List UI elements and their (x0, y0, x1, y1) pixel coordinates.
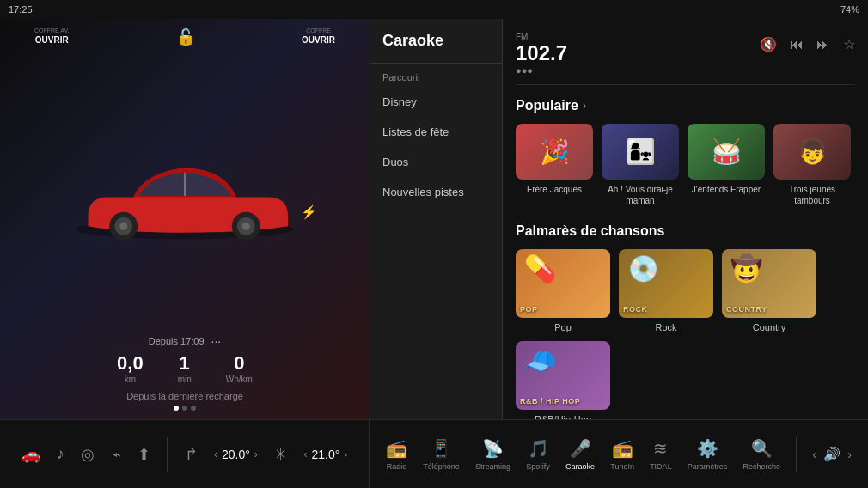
car-svg: ⚡ (56, 126, 314, 255)
more-options-button[interactable]: ··· (211, 334, 222, 348)
genre-img-rnb: 🧢 R&B / HIP HOP (516, 341, 610, 410)
thumb-label-3: J'entends Frapper (692, 184, 761, 195)
settings-icon: ⚙️ (697, 438, 718, 459)
rnb-icon: 🧢 (524, 345, 556, 375)
genre-overlay-pop: POP (520, 305, 538, 314)
temp-degree-right: ° (335, 448, 340, 461)
music-nav-button[interactable]: ♪ (57, 445, 64, 463)
thumb-img-1: 🎉 (516, 124, 593, 180)
divider (167, 437, 168, 472)
phone-mirror-button[interactable]: ⬆ (138, 445, 150, 464)
progress-dot-2 (182, 406, 187, 411)
thumb-frere-jacques[interactable]: 🎉 Frère Jacques (516, 124, 593, 206)
trunk-rear-sublabel: COFFRE (306, 27, 331, 34)
temp-left-value: 20.0° (222, 448, 250, 461)
thumb-entends-frapper[interactable]: 🥁 J'entends Frapper (688, 124, 765, 206)
vol-up-button[interactable]: › (847, 448, 852, 461)
volume-icon: 🔊 (823, 446, 840, 462)
mute-button[interactable]: 🔇 (760, 36, 777, 52)
progress-dots (9, 406, 361, 411)
populaire-grid: 🎉 Frère Jacques 👩‍👧 Ah ! Vous dirai-je m… (516, 124, 855, 206)
trunk-rear-action: OUVRIR (302, 35, 335, 45)
sidebar-item-duos[interactable]: Duos (370, 147, 502, 177)
svg-text:⚡: ⚡ (301, 204, 314, 220)
stat-min: 1 min (178, 352, 192, 384)
genre-grid: 💊 POP Pop 💿 ROCK Rock 🤠 COUNTRY Country (516, 249, 855, 419)
right-arrow[interactable]: › (344, 448, 347, 461)
genre-overlay-rock: ROCK (623, 305, 648, 314)
tunein-icon: 📻 (612, 438, 633, 459)
svg-point-7 (242, 222, 250, 229)
nav-karaoke-label: Caraoke (565, 462, 595, 471)
fm-controls: 🔇 ⏮ ⏭ ☆ (760, 32, 855, 52)
nav-recherche[interactable]: 🔍 Recherche (743, 438, 781, 471)
favorite-button[interactable]: ☆ (843, 36, 855, 52)
genre-country[interactable]: 🤠 COUNTRY Country (722, 249, 816, 332)
tidal-icon: ≋ (653, 438, 668, 459)
nav-tunein[interactable]: 📻 TuneIn (610, 438, 634, 471)
rock-icon: 💿 (627, 253, 659, 284)
thumb-img-4: 👦 (773, 124, 851, 180)
temp-left-display: ‹ 20.0° › (214, 448, 258, 461)
steering-icon: ↱ (185, 445, 198, 464)
progress-dot-3 (191, 406, 196, 411)
nav-telephone[interactable]: 📱 Téléphone (423, 438, 460, 471)
prev-button[interactable]: ⏮ (790, 37, 804, 52)
stat-wh: 0 Wh/km (226, 352, 253, 384)
streaming-icon: 📡 (482, 438, 504, 459)
search-icon: 🔍 (751, 438, 773, 459)
left-arrow[interactable]: ‹ (214, 448, 217, 461)
thumb-trois-jeunes[interactable]: 👦 Trois jeunes tambours (773, 124, 851, 206)
trunk-front-label[interactable]: COFFRE AV. OUVRIR (34, 27, 69, 46)
sidebar-item-disney[interactable]: Disney (370, 87, 502, 117)
populaire-title: Populaire › (516, 98, 855, 113)
nav-karaoke[interactable]: 🎤 Caraoke (565, 438, 595, 471)
nav-tidal[interactable]: ≋ TIDAL (650, 438, 672, 471)
next-button[interactable]: ⏭ (816, 37, 830, 52)
left-arrow-right[interactable]: ‹ (303, 448, 307, 461)
fm-signal: ●●● (516, 65, 567, 76)
genre-rnb[interactable]: 🧢 R&B / HIP HOP R&B/Hip-Hop (516, 341, 610, 419)
location-nav-button[interactable]: ◎ (81, 445, 95, 464)
nav-streaming-label: Streaming (475, 462, 510, 471)
vol-down-button[interactable]: ‹ (813, 448, 817, 461)
music-icon: ♪ (57, 445, 64, 463)
wiper-button[interactable]: ⌁ (112, 445, 121, 464)
thumb-vous-dirai[interactable]: 👩‍👧 Ah ! Vous dirai-je maman (602, 124, 679, 206)
main-content: COFFRE AV. OUVRIR 🔓 COFFRE OUVRIR (0, 19, 868, 419)
trunk-front-action: OUVRIR (35, 35, 69, 45)
temp-degree-left: ° (245, 448, 250, 461)
progress-dot-1 (174, 406, 179, 411)
sidebar-item-fete[interactable]: Listes de fête (370, 117, 502, 147)
nav-spotify[interactable]: 🎵 Spotify (526, 438, 550, 471)
fm-frequency: 102.7 (516, 41, 567, 65)
karaoke-icon: 🎤 (570, 438, 591, 459)
car-nav-button[interactable]: 🚗 (21, 445, 40, 464)
stat-km-unit: km (125, 375, 136, 384)
phone-mirror-icon: ⬆ (138, 445, 150, 464)
right-arrow-left[interactable]: › (254, 448, 258, 461)
genre-img-pop: 💊 POP (516, 249, 610, 318)
right-panel: FM 102.7 ●●● 🔇 ⏮ ⏭ ☆ Populaire › 🎉 Frère… (503, 19, 868, 419)
stat-min-unit: min (178, 375, 192, 384)
fan-icon[interactable]: ✳ (274, 445, 287, 464)
nav-tidal-label: TIDAL (650, 462, 672, 471)
genre-pop[interactable]: 💊 POP Pop (516, 249, 610, 332)
battery-display: 74% (840, 4, 859, 15)
temp-right-value: 21.0° (311, 448, 339, 461)
trunk-rear-label[interactable]: COFFRE OUVRIR (302, 27, 335, 46)
thumb-img-3: 🥁 (688, 124, 765, 180)
nav-streaming[interactable]: 📡 Streaming (475, 438, 510, 471)
genre-overlay-rnb: R&B / HIP HOP (520, 397, 580, 406)
left-panel: COFFRE AV. OUVRIR 🔓 COFFRE OUVRIR (0, 19, 370, 419)
thumb-label-1: Frère Jacques (527, 184, 582, 195)
nav-parametres-label: Paramètres (688, 462, 728, 471)
palmares-title: Palmarès de chansons (516, 223, 855, 239)
volume-controls: ‹ 🔊 › (813, 446, 852, 462)
nav-radio[interactable]: 📻 Radio (386, 438, 407, 471)
nav-parametres[interactable]: ⚙️ Paramètres (688, 438, 728, 471)
genre-rock[interactable]: 💿 ROCK Rock (619, 249, 713, 332)
sidebar-item-nouvelles[interactable]: Nouvelles pistes (370, 177, 502, 207)
time-display: 17:25 (9, 4, 33, 15)
country-icon: 🤠 (730, 253, 762, 284)
